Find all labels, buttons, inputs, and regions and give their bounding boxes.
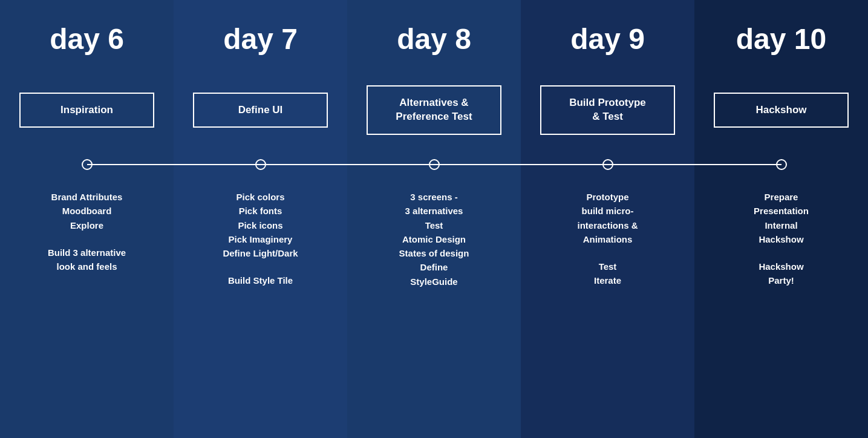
task-item-4-0-0: Prepare (704, 190, 858, 204)
timeline-dot-0 (82, 159, 93, 170)
tasks-area-3: Prototypebuild micro-interactions &Anima… (521, 178, 694, 438)
day-label-3: day 9 (570, 22, 645, 56)
task-item-1-1-0: Build Style Tile (183, 273, 338, 287)
card-3: Build Prototype& Test (540, 85, 674, 135)
task-spacer-0-1 (10, 235, 164, 246)
card-area-4: Hackshow (694, 73, 868, 151)
task-group-1-0: Pick colorsPick fontsPick iconsPick Imag… (183, 190, 338, 260)
task-item-1-0-0: Pick colors (183, 190, 338, 204)
day-label-0: day 6 (50, 22, 124, 56)
timeline-row-0 (0, 151, 174, 178)
task-item-0-1-0: Build 3 alternative (10, 246, 164, 260)
task-item-3-0-0: Prototype (530, 190, 685, 204)
day-label-1: day 7 (223, 22, 298, 56)
task-group-2-0: 3 screens -3 alternativesTestAtomic Desi… (357, 190, 511, 289)
task-item-2-0-0: 3 screens - (357, 190, 511, 204)
column-col-6: day 6InspirationBrand AttributesMoodboar… (0, 0, 174, 438)
task-group-4-1: HackshowParty! (704, 260, 858, 288)
card-title-4: Hackshow (727, 103, 835, 117)
task-spacer-1-1 (183, 263, 338, 273)
task-item-2-0-5: Define (357, 260, 511, 274)
day-header-2: day 8 (347, 0, 521, 73)
timeline-dot-3 (602, 159, 613, 170)
timeline-dot-4 (776, 159, 787, 170)
task-item-4-1-1: Party! (704, 273, 858, 287)
task-item-0-0-0: Brand Attributes (10, 190, 164, 204)
task-item-2-0-3: Atomic Design (357, 232, 511, 246)
card-title-3: Build Prototype& Test (553, 96, 661, 124)
tasks-area-2: 3 screens -3 alternativesTestAtomic Desi… (347, 178, 521, 438)
card-title-0: Inspiration (33, 103, 140, 117)
task-item-1-0-1: Pick fonts (183, 204, 338, 218)
task-item-2-0-1: 3 alternatives (357, 204, 511, 218)
timeline-row-2 (347, 151, 521, 178)
column-col-10: day 10HackshowPreparePresentationInterna… (694, 0, 868, 438)
task-item-1-0-3: Pick Imaginery (183, 232, 338, 246)
task-group-3-0: Prototypebuild micro-interactions &Anima… (530, 190, 685, 246)
tasks-area-1: Pick colorsPick fontsPick iconsPick Imag… (174, 178, 347, 438)
column-col-7: day 7Define UIPick colorsPick fontsPick … (174, 0, 347, 438)
task-item-4-0-3: Hackshow (704, 232, 858, 246)
day-label-4: day 10 (736, 22, 826, 56)
task-item-1-0-4: Define Light/Dark (183, 246, 338, 260)
task-group-4-0: PreparePresentationInternalHackshow (704, 190, 858, 246)
column-col-8: day 8Alternatives &Preference Test3 scre… (347, 0, 521, 438)
card-area-2: Alternatives &Preference Test (347, 73, 521, 151)
tasks-area-4: PreparePresentationInternalHackshowHacks… (694, 178, 868, 438)
day-label-2: day 8 (397, 22, 471, 56)
task-group-0-0: Brand AttributesMoodboardExplore (10, 190, 164, 232)
task-item-3-0-3: Animations (530, 232, 685, 246)
task-item-2-0-2: Test (357, 218, 511, 232)
task-item-2-0-4: States of design (357, 246, 511, 260)
timeline-row-3 (521, 151, 694, 178)
card-area-1: Define UI (174, 73, 347, 151)
task-group-0-1: Build 3 alternativelook and feels (10, 246, 164, 274)
task-item-3-1-1: Iterate (530, 273, 685, 287)
timeline-row-4 (694, 151, 868, 178)
card-0: Inspiration (19, 93, 154, 128)
task-item-0-1-1: look and feels (10, 260, 164, 273)
task-spacer-3-1 (530, 249, 685, 260)
card-1: Define UI (193, 93, 327, 128)
timeline-dot-2 (429, 159, 440, 170)
card-area-3: Build Prototype& Test (521, 73, 694, 151)
card-4: Hackshow (714, 93, 848, 128)
task-group-3-1: TestIterate (530, 260, 685, 288)
task-item-3-1-0: Test (530, 260, 685, 273)
task-item-3-0-1: build micro- (530, 204, 685, 218)
task-spacer-4-1 (704, 249, 858, 260)
task-item-0-0-2: Explore (10, 218, 164, 232)
timeline-layout: day 6InspirationBrand AttributesMoodboar… (0, 0, 868, 438)
timeline-row-1 (174, 151, 347, 178)
day-header-0: day 6 (0, 0, 174, 73)
card-2: Alternatives &Preference Test (367, 85, 501, 135)
tasks-area-0: Brand AttributesMoodboardExploreBuild 3 … (0, 178, 174, 438)
task-group-1-1: Build Style Tile (183, 273, 338, 287)
task-item-4-0-1: Presentation (704, 204, 858, 218)
task-item-1-0-2: Pick icons (183, 218, 338, 232)
card-title-2: Alternatives &Preference Test (380, 96, 488, 124)
task-item-3-0-2: interactions & (530, 218, 685, 232)
task-item-0-0-1: Moodboard (10, 204, 164, 218)
day-header-4: day 10 (694, 0, 868, 73)
card-area-0: Inspiration (0, 73, 174, 151)
column-col-9: day 9Build Prototype& TestPrototypebuild… (521, 0, 694, 438)
day-header-3: day 9 (521, 0, 694, 73)
day-header-1: day 7 (174, 0, 347, 73)
task-item-2-0-6: StyleGuide (357, 275, 511, 289)
task-item-4-1-0: Hackshow (704, 260, 858, 273)
timeline-dot-1 (255, 159, 266, 170)
task-item-4-0-2: Internal (704, 218, 858, 232)
card-title-1: Define UI (206, 103, 314, 117)
